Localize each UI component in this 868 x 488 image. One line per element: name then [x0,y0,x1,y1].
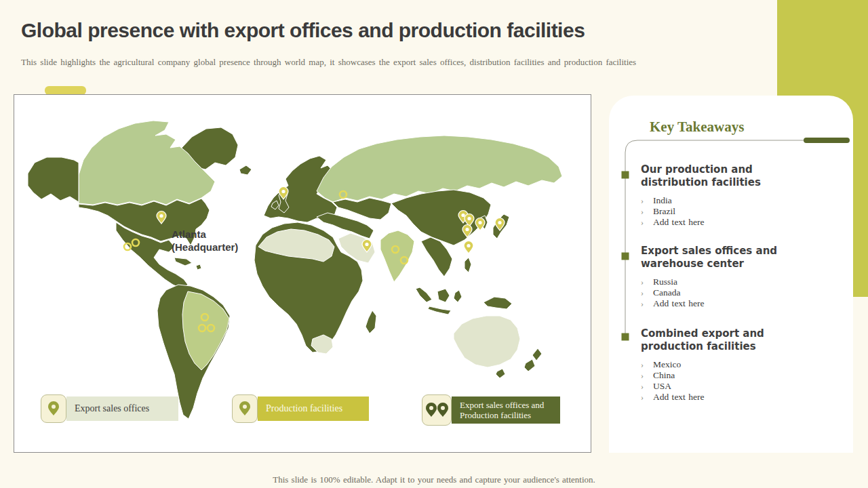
island-sumatra [416,287,432,302]
legend-label: Export sales offices [66,396,178,421]
section-list: ›Russia ›Canada ›Add text here [641,277,831,309]
list-item: ›Brazil [641,206,831,217]
chevron-bullet-icon: › [641,217,644,228]
list-item-text: Brazil [653,206,675,216]
island-philippines [465,258,471,272]
slide: Global presence with export offices and … [0,0,868,488]
island-borneo [437,289,450,302]
chevron-bullet-icon: › [641,298,644,309]
legend-icon-box [41,394,66,423]
island-hispaniola [196,264,201,270]
key-takeaways-panel: Key Takeaways Our production and distrib… [609,96,853,453]
chevron-bullet-icon: › [641,195,644,206]
island-sulawesi [454,290,462,302]
country-australia [454,316,520,367]
section-heading: Our production and distribution faciliti… [641,163,787,189]
country-alaska [28,157,79,202]
list-item: ›Add text here [641,298,831,309]
list-item: ›USA [641,381,831,392]
legend-icon-box [232,394,258,423]
legend-label: Export sales offices and Production faci… [452,396,560,424]
chevron-bullet-icon: › [641,206,644,217]
location-pin-icon [239,401,251,417]
headquarter-city: Atlanta [172,228,238,241]
list-item: ›China [641,370,831,381]
location-pin-icon [47,401,60,417]
chevron-bullet-icon: › [641,392,644,403]
chevron-bullet-icon: › [641,287,644,298]
list-item: ›Add text here [641,392,831,403]
list-item-text: Mexico [653,359,681,369]
list-item-text: USA [653,381,671,391]
list-item-text: Add text here [653,392,704,402]
list-item-text: Add text here [653,298,704,308]
country-new-zealand-north [532,348,542,361]
takeaway-section-combined: Combined export and production facilitie… [641,327,831,403]
island-tasmania [496,369,505,378]
island-java [428,306,451,314]
list-item-text: Russia [653,277,677,287]
section-heading: Export sales offices and warehouse cente… [641,245,787,270]
chevron-bullet-icon: › [641,381,644,392]
takeaway-section-export-offices: Export sales offices and warehouse cente… [641,245,831,309]
legend-label: Production facilities [258,396,369,421]
chevron-bullet-icon: › [641,359,644,370]
chevron-bullet-icon: › [641,277,644,287]
double-location-pin-icon [425,401,448,419]
footer-note: This slide is 100% editable. Adapt it to… [0,474,868,485]
page-title: Global presence with export offices and … [21,19,760,42]
list-item: ›Add text here [641,217,831,228]
country-new-zealand-south [524,359,535,371]
page-subtitle: This slide highlights the agricultural c… [21,57,686,68]
headquarter-tag: (Headquarter) [172,241,238,253]
takeaway-section-production: Our production and distribution faciliti… [641,163,831,228]
list-item-text: Add text here [653,217,704,227]
list-item: ›Canada [641,287,831,298]
island-cuba [174,258,192,266]
island-madagascar [366,310,376,333]
section-list: ›Mexico ›China ›USA ›Add text here [641,359,831,403]
list-item-text: India [653,195,672,205]
list-item: ›Mexico [641,359,831,370]
map-pin-south-china [464,241,473,254]
country-india [380,230,414,282]
section-list: ›India ›Brazil ›Add text here [641,195,831,228]
chevron-bullet-icon: › [641,370,644,381]
list-item-text: Canada [653,287,680,298]
country-canada [79,121,215,205]
list-item: ›Russia [641,277,831,287]
headquarter-label: Atlanta (Headquarter) [172,228,238,253]
island-new-guinea [484,297,512,309]
list-item-text: China [653,370,675,380]
country-iceland [239,165,252,175]
section-heading: Combined export and production facilitie… [641,327,787,353]
list-item: ›India [641,195,831,206]
legend-icon-box [422,394,452,426]
